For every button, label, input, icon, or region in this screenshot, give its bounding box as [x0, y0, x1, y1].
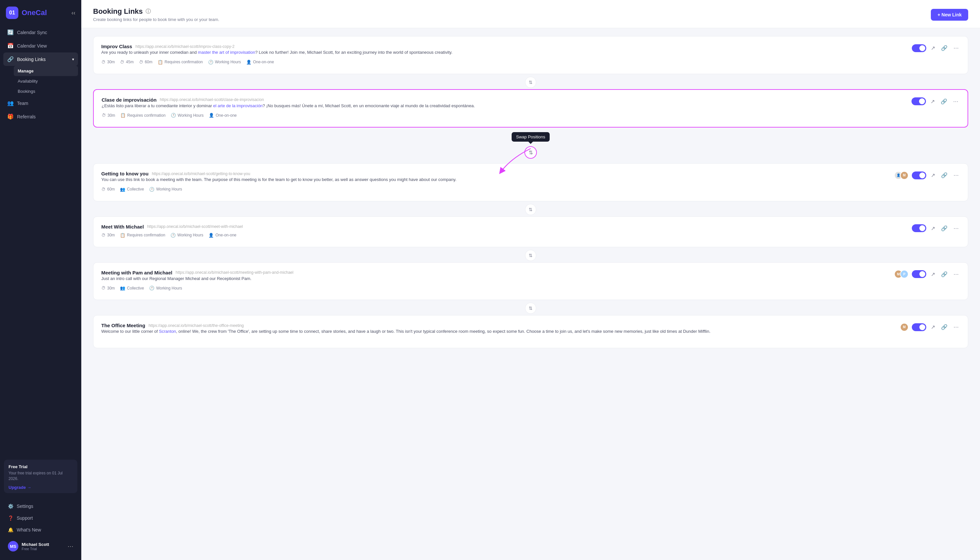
manage-label: Manage [18, 68, 33, 73]
copy-link-button[interactable]: 🔗 [939, 97, 948, 106]
booking-tags: ⏱30m 📋Requires confirmation 🕐Working Hou… [101, 233, 243, 238]
toggle-switch[interactable] [912, 270, 926, 278]
more-options-button[interactable]: ⋯ [952, 224, 960, 233]
person-icon: 👤 [246, 60, 251, 65]
header-left: Booking Links ⓘ Create booking links for… [93, 7, 219, 22]
info-icon[interactable]: ⓘ [146, 8, 151, 15]
booking-desc: You can use this link to book a meeting … [101, 177, 457, 183]
sidebar-item-availability[interactable]: Availability [14, 76, 78, 86]
card-actions: ↗ 🔗 ⋯ [912, 43, 960, 52]
copy-link-button[interactable]: 🔗 [940, 171, 949, 180]
swap-positions-button-3[interactable]: ⇅ [525, 204, 536, 215]
tag-collective: 👥Collective [120, 187, 144, 192]
swap-positions-button-1[interactable]: ⇅ [525, 77, 536, 88]
swap-positions-button-2[interactable]: ⇅ [524, 146, 537, 159]
sidebar-item-bookings[interactable]: Bookings [14, 86, 78, 97]
page-subtitle: Create booking links for people to book … [93, 17, 219, 22]
more-options-button[interactable]: ⋯ [952, 270, 960, 279]
toggle-switch[interactable] [912, 172, 926, 179]
sidebar-item-team[interactable]: 👥 Team [3, 97, 78, 110]
availability-label: Availability [18, 79, 38, 83]
more-options-button[interactable]: ⋯ [952, 171, 960, 180]
user-profile-row[interactable]: MS Michael Scott Free Trial ⋯ [4, 538, 77, 555]
sidebar-item-manage[interactable]: Manage [14, 66, 78, 76]
sidebar-item-whats-new[interactable]: 🔔 What's New [4, 524, 77, 536]
sidebar-item-booking-links[interactable]: 🔗 Booking Links ▾ [3, 52, 78, 66]
sidebar-navigation: 🔄 Calendar Sync 📅 Calendar View 🔗 Bookin… [0, 25, 81, 456]
copy-link-button[interactable]: 🔗 [940, 224, 949, 233]
booking-card-header: The Office Meeting https://app.onecal.io… [101, 323, 960, 339]
booking-url: https://app.onecal.io/b/michael-scott/ge… [152, 172, 250, 176]
sidebar-collapse-button[interactable]: ‹‹ [72, 10, 75, 17]
booking-url: https://app.onecal.io/b/michael-scott/me… [147, 224, 243, 229]
tag-30m: ⏱30m [101, 233, 115, 238]
settings-label: Settings [17, 503, 33, 509]
sidebar-item-calendar-view[interactable]: 📅 Calendar View [3, 39, 78, 52]
person-icon: 👤 [208, 233, 214, 238]
booking-name: Improv Class [101, 43, 132, 49]
referrals-icon: 🎁 [7, 113, 14, 120]
tag-working-hours: 🕐Working Hours [149, 285, 182, 290]
card-actions: M ↗ 🔗 ⋯ [900, 323, 960, 332]
sidebar-item-referrals[interactable]: 🎁 Referrals [3, 110, 78, 123]
clock-icon: ⏱ [101, 187, 106, 192]
copy-link-button[interactable]: 🔗 [940, 323, 949, 332]
tag-one-on-one: 👤One-on-one [208, 233, 236, 238]
more-options-button[interactable]: ⋯ [952, 323, 960, 332]
avatar: M [900, 323, 908, 332]
sidebar-logo: 01 OneCal ‹‹ [0, 0, 81, 25]
swap-positions-button-5[interactable]: ⇅ [525, 303, 536, 314]
user-name: Michael Scott [22, 542, 64, 547]
booking-tags: ⏱30m ⏱45m ⏱60m 📋Requires confirmation 🕐W… [101, 60, 452, 65]
new-link-button[interactable]: + New Link [931, 9, 968, 21]
tag-45m: ⏱45m [120, 60, 133, 65]
copy-link-button[interactable]: 🔗 [940, 43, 949, 52]
booking-links-sub-nav: Manage Availability Bookings [3, 66, 78, 97]
booking-name: The Office Meeting [101, 323, 145, 328]
sidebar: 01 OneCal ‹‹ 🔄 Calendar Sync 📅 Calendar … [0, 0, 81, 560]
sidebar-item-settings[interactable]: ⚙️ Settings [4, 500, 77, 512]
sidebar-item-support[interactable]: ❓ Support [4, 512, 77, 524]
trial-desc: Your free trial expires on 01 Jul 2026. [8, 470, 73, 482]
external-link-button[interactable]: ↗ [930, 323, 937, 332]
toggle-switch[interactable] [912, 97, 926, 105]
external-link-button[interactable]: ↗ [930, 270, 937, 279]
booking-name: Getting to know you [101, 171, 148, 177]
more-options-button[interactable]: ⋯ [952, 97, 960, 106]
booking-desc: Are you ready to unleash your inner come… [101, 49, 452, 56]
external-link-button[interactable]: ↗ [930, 43, 937, 52]
swap-tooltip: Swap Positions [512, 132, 550, 142]
toggle-switch[interactable] [912, 224, 926, 232]
avatar: MS [8, 541, 18, 552]
booking-card-office-meeting: The Office Meeting https://app.onecal.io… [93, 315, 968, 348]
booking-url: https://app.onecal.io/b/michael-scott/cl… [160, 97, 264, 102]
free-trial-box: Free Trial Your free trial expires on 01… [4, 460, 77, 493]
external-link-button[interactable]: ↗ [930, 171, 937, 180]
user-menu-button[interactable]: ⋯ [68, 543, 73, 550]
sidebar-item-calendar-sync[interactable]: 🔄 Calendar Sync [3, 25, 78, 39]
external-link-button[interactable]: ↗ [929, 97, 936, 106]
more-options-button[interactable]: ⋯ [952, 43, 960, 52]
tag-30m: ⏱30m [101, 60, 115, 65]
booking-desc: Welcome to our little corner of Scranton… [101, 328, 710, 335]
booking-desc-link[interactable]: el arte de la improvisación [213, 103, 263, 108]
toggle-switch[interactable] [912, 323, 926, 331]
tag-30m: ⏱30m [101, 113, 115, 118]
sidebar-bottom-nav: ⚙️ Settings ❓ Support 🔔 What's New MS Mi… [0, 497, 81, 560]
toggle-switch[interactable] [912, 44, 926, 52]
scranton-link[interactable]: Scranton [159, 329, 176, 334]
tag-working-hours: 🕐Working Hours [149, 187, 182, 192]
booking-desc-link[interactable]: master the art of improvisation [198, 50, 255, 55]
booking-links-content: Improv Class https://app.onecal.io/b/mic… [81, 28, 980, 560]
calendar-sync-icon: 🔄 [7, 29, 14, 35]
upgrade-button[interactable]: Upgrade → [8, 485, 31, 490]
booking-links-icon: 🔗 [7, 56, 14, 62]
person-icon: 👤 [209, 113, 214, 118]
tag-working-hours: 🕐Working Hours [171, 113, 203, 118]
calendar-icon: 📋 [158, 60, 163, 65]
booking-info: Improv Class https://app.onecal.io/b/mic… [101, 43, 452, 65]
calendar-icon: 📋 [120, 233, 125, 238]
copy-link-button[interactable]: 🔗 [940, 270, 949, 279]
swap-positions-button-4[interactable]: ⇅ [525, 250, 536, 261]
external-link-button[interactable]: ↗ [930, 224, 937, 233]
